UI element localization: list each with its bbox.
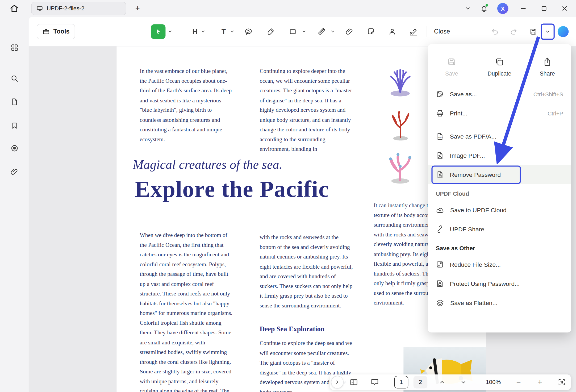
tools-button[interactable]: Tools	[37, 24, 75, 39]
sidebar-item-bookmarks[interactable]	[7, 118, 22, 133]
sidebar-item-comments[interactable]	[7, 140, 22, 156]
home-button[interactable]	[7, 3, 22, 14]
sidebar-item-search[interactable]	[7, 71, 22, 86]
save-options-dropdown-button[interactable]	[541, 23, 555, 40]
measure-tool-dropdown[interactable]	[329, 24, 335, 39]
tools-label: Tools	[53, 28, 70, 35]
chevron-down-icon	[460, 379, 467, 385]
bookmark-icon	[10, 122, 18, 129]
menu-item-save-as-pdfa[interactable]: PDF/A Save as PDF/A...	[428, 127, 571, 146]
menu-item-save-to-updf-cloud[interactable]: Save to UPDF Cloud	[428, 201, 571, 220]
menu-item-protect-using-password[interactable]: Protect Using Password...	[428, 274, 571, 293]
sidebar-item-brand-pen[interactable]	[7, 391, 22, 392]
plus-icon: +	[135, 4, 140, 13]
previous-page-button[interactable]	[439, 379, 445, 385]
sidebar-item-apps[interactable]	[7, 40, 22, 55]
notification-bell-button[interactable]	[480, 5, 488, 12]
link-icon	[436, 225, 444, 233]
reading-mode-button[interactable]	[349, 378, 358, 386]
annotation-panel-button[interactable]	[370, 378, 379, 387]
page-number-next[interactable]: 2	[414, 376, 428, 389]
chevron-right-icon	[335, 380, 340, 385]
comment-icon	[10, 144, 19, 152]
undo-button[interactable]	[488, 24, 502, 39]
printer-icon	[436, 109, 444, 117]
stamp-tool-button[interactable]	[385, 24, 399, 39]
page-number-current[interactable]: 1	[394, 376, 408, 389]
updf-app-window: UPDF-2-files-2 + X	[0, 0, 576, 392]
slideshow-icon	[370, 378, 379, 387]
comment-search-tool-button[interactable]	[241, 24, 256, 39]
menu-item-reduce-file-size[interactable]: Reduce File Size...	[428, 255, 571, 274]
signature-tool-button[interactable]	[406, 24, 421, 39]
menu-item-remove-password[interactable]: Remove Password	[428, 165, 571, 184]
paragraph-col1-1: In the vast embrace of our blue planet, …	[140, 66, 233, 144]
duplicate-icon	[495, 57, 504, 66]
menu-group-gap	[428, 123, 571, 127]
menu-item-print[interactable]: Print... Ctrl+P	[428, 104, 571, 123]
close-document-button[interactable]: Close	[434, 28, 450, 35]
sidebar-item-attachments[interactable]	[7, 164, 22, 180]
actual-size-icon	[558, 378, 566, 386]
paragraph-col2-1: Continuing to explore deeper into the oc…	[260, 66, 353, 154]
maximize-button[interactable]	[539, 3, 549, 14]
pen-tool-button[interactable]	[263, 24, 278, 39]
deep-sea-heading: Deep Sea Exploration	[260, 325, 324, 333]
pdfa-file-icon: PDF/A	[436, 132, 444, 140]
save-button[interactable]	[526, 24, 541, 39]
monitor-icon	[36, 5, 43, 12]
document-tab[interactable]: UPDF-2-files-2	[31, 2, 126, 15]
menu-duplicate-action[interactable]: Duplicate	[475, 49, 523, 85]
measure-tool-button[interactable]	[314, 24, 329, 39]
zoom-level[interactable]: 100%	[486, 379, 501, 386]
menu-save-action[interactable]: Save	[428, 49, 476, 85]
save-as-icon	[436, 90, 444, 98]
new-tab-button[interactable]: +	[132, 3, 143, 14]
marker-pen-icon	[266, 27, 275, 36]
text-tool-dropdown[interactable]	[229, 24, 235, 39]
expand-nav-button[interactable]	[331, 376, 344, 389]
sticker-tool-button[interactable]	[364, 24, 378, 39]
paragraph-col2-2: with the rocks and seaweeds at the botto…	[260, 232, 353, 310]
text-tool-button[interactable]: T	[216, 24, 231, 39]
avatar[interactable]: X	[497, 3, 508, 14]
ai-assistant-button[interactable]	[558, 26, 569, 37]
flatten-layers-icon	[436, 298, 444, 307]
reduce-size-icon	[436, 260, 444, 268]
next-page-button[interactable]	[460, 379, 467, 385]
sidebar-item-pages[interactable]	[7, 94, 22, 110]
chevron-down-icon[interactable]	[465, 6, 471, 11]
shape-tool-button[interactable]	[285, 24, 300, 39]
close-window-button[interactable]	[559, 3, 570, 14]
menu-item-save-as-flatten[interactable]: Save as Flatten...	[428, 293, 571, 312]
save-options-menu: Save Duplicate Share Save as... Ctrl+Shi…	[428, 44, 571, 332]
text-tool-icon: T	[222, 27, 226, 35]
rectangle-shape-icon	[289, 27, 297, 35]
select-tool-button[interactable]	[151, 24, 165, 39]
header-tool-dropdown[interactable]	[200, 24, 206, 39]
menu-top-actions: Save Duplicate Share	[428, 49, 571, 85]
attach-tool-button[interactable]	[342, 24, 357, 39]
menu-item-save-as[interactable]: Save as... Ctrl+Shift+S	[428, 85, 571, 104]
minimize-button[interactable]	[518, 3, 529, 14]
paragraph-col1-2: When we dive deep into the bottom of the…	[140, 230, 233, 392]
signature-icon	[409, 27, 418, 36]
menu-share-action[interactable]: Share	[523, 49, 571, 85]
shape-tool-dropdown[interactable]	[301, 24, 307, 39]
menu-item-updf-share[interactable]: UPDF Share	[428, 220, 571, 239]
svg-text:PDF/A: PDF/A	[438, 137, 444, 139]
menu-item-image-pdf[interactable]: Image PDF...	[428, 146, 571, 165]
cursor-arrow-icon	[155, 28, 162, 35]
image-pdf-icon	[436, 152, 444, 160]
fit-page-button[interactable]	[558, 378, 566, 386]
comment-search-icon	[244, 27, 253, 36]
person-stamp-icon	[388, 27, 396, 36]
redo-button[interactable]	[506, 24, 521, 39]
title-bar: UPDF-2-files-2 + X	[0, 0, 576, 17]
shortcut-label: Ctrl+P	[548, 110, 563, 116]
toolbox-icon	[42, 28, 50, 35]
select-tool-dropdown[interactable]	[167, 24, 173, 39]
section-save-as-other: Save as Other	[428, 239, 571, 255]
zoom-out-button[interactable]: −	[513, 377, 524, 387]
zoom-in-button[interactable]: +	[535, 377, 545, 387]
